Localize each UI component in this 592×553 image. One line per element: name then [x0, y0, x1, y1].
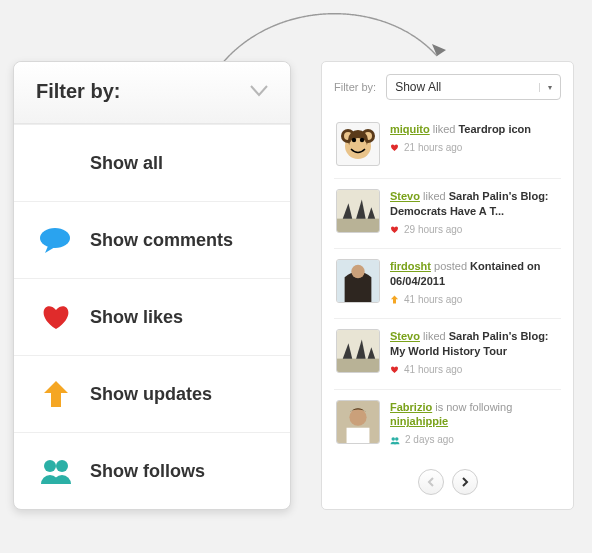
user-link[interactable]: Stevo — [390, 190, 420, 202]
filter-option-label: Show likes — [90, 307, 183, 328]
activity-filter-select[interactable]: Show All ▾ — [386, 74, 561, 100]
comment-icon — [38, 224, 74, 256]
heart-icon — [390, 365, 399, 374]
verb: is now following — [435, 401, 512, 413]
avatar[interactable] — [336, 329, 380, 373]
svg-point-11 — [360, 138, 364, 142]
heart-icon — [38, 301, 74, 333]
filter-option-updates[interactable]: Show updates — [14, 355, 290, 432]
spacer — [38, 147, 74, 179]
svg-point-1 — [44, 460, 56, 472]
pager — [334, 469, 561, 495]
timestamp: 2 days ago — [405, 433, 454, 447]
next-button[interactable] — [452, 469, 478, 495]
select-value: Show All — [395, 80, 441, 94]
user-link[interactable]: firdosht — [390, 260, 431, 272]
filter-option-likes[interactable]: Show likes — [14, 278, 290, 355]
filter-option-label: Show updates — [90, 384, 212, 405]
filter-dropdown-header[interactable]: Filter by: — [14, 62, 290, 124]
svg-point-9 — [349, 138, 367, 154]
timestamp: 21 hours ago — [404, 141, 462, 155]
verb: liked — [423, 330, 446, 342]
avatar[interactable] — [336, 122, 380, 166]
verb: liked — [423, 190, 446, 202]
object: Teardrop icon — [458, 123, 531, 135]
avatar[interactable] — [336, 189, 380, 233]
filter-option-label: Show all — [90, 153, 163, 174]
object-user-link[interactable]: ninjahippie — [390, 415, 448, 427]
filter-option-all[interactable]: Show all — [14, 124, 290, 201]
timestamp: 41 hours ago — [404, 293, 462, 307]
filter-option-comments[interactable]: Show comments — [14, 201, 290, 278]
timestamp: 41 hours ago — [404, 363, 462, 377]
avatar[interactable] — [336, 259, 380, 303]
chevron-down-icon — [250, 83, 268, 101]
filter-option-follows[interactable]: Show follows — [14, 432, 290, 509]
activity-body: miquito liked Teardrop icon 21 hours ago — [390, 122, 559, 166]
activity-filter-label: Filter by: — [334, 81, 376, 93]
prev-button[interactable] — [418, 469, 444, 495]
activity-row: Stevo liked Sarah Palin's Blog: My World… — [334, 319, 561, 389]
svg-point-0 — [40, 228, 70, 248]
svg-rect-13 — [337, 219, 379, 232]
user-link[interactable]: Stevo — [390, 330, 420, 342]
svg-point-10 — [352, 138, 356, 142]
activity-panel: Filter by: Show All ▾ miquito — [321, 61, 574, 510]
users-icon — [390, 436, 400, 445]
svg-rect-17 — [337, 359, 379, 372]
chevron-down-icon: ▾ — [539, 83, 552, 92]
timestamp: 29 hours ago — [404, 223, 462, 237]
avatar[interactable] — [336, 400, 380, 444]
arrow-up-icon — [390, 295, 399, 304]
svg-point-15 — [351, 265, 364, 278]
chevron-left-icon — [427, 477, 435, 487]
activity-body: firdosht posted Kontained on 06/04/2011 … — [390, 259, 559, 306]
verb: posted — [434, 260, 467, 272]
activity-row: miquito liked Teardrop icon 21 hours ago — [334, 112, 561, 179]
svg-point-2 — [56, 460, 68, 472]
filter-dropdown: Filter by: Show all Show comments Show l… — [13, 61, 291, 510]
chevron-right-icon — [461, 477, 469, 487]
filter-dropdown-title: Filter by: — [36, 80, 120, 103]
heart-icon — [390, 143, 399, 152]
activity-body: Stevo liked Sarah Palin's Blog: Democrat… — [390, 189, 559, 236]
activity-row: firdosht posted Kontained on 06/04/2011 … — [334, 249, 561, 319]
filter-option-label: Show follows — [90, 461, 205, 482]
activity-body: Stevo liked Sarah Palin's Blog: My World… — [390, 329, 559, 376]
svg-rect-20 — [347, 427, 370, 442]
filter-option-label: Show comments — [90, 230, 233, 251]
activity-row: Stevo liked Sarah Palin's Blog: Democrat… — [334, 179, 561, 249]
users-icon — [38, 455, 74, 487]
user-link[interactable]: Fabrizio — [390, 401, 432, 413]
activity-row: Fabrizio is now following ninjahippie 2 … — [334, 390, 561, 459]
activity-body: Fabrizio is now following ninjahippie 2 … — [390, 400, 559, 447]
heart-icon — [390, 225, 399, 234]
user-link[interactable]: miquito — [390, 123, 430, 135]
verb: liked — [433, 123, 456, 135]
activity-feed: miquito liked Teardrop icon 21 hours ago — [334, 112, 561, 459]
svg-point-21 — [391, 437, 395, 441]
activity-header: Filter by: Show All ▾ — [334, 74, 561, 100]
svg-point-19 — [349, 408, 366, 425]
svg-point-22 — [395, 437, 399, 441]
arrow-up-icon — [38, 378, 74, 410]
